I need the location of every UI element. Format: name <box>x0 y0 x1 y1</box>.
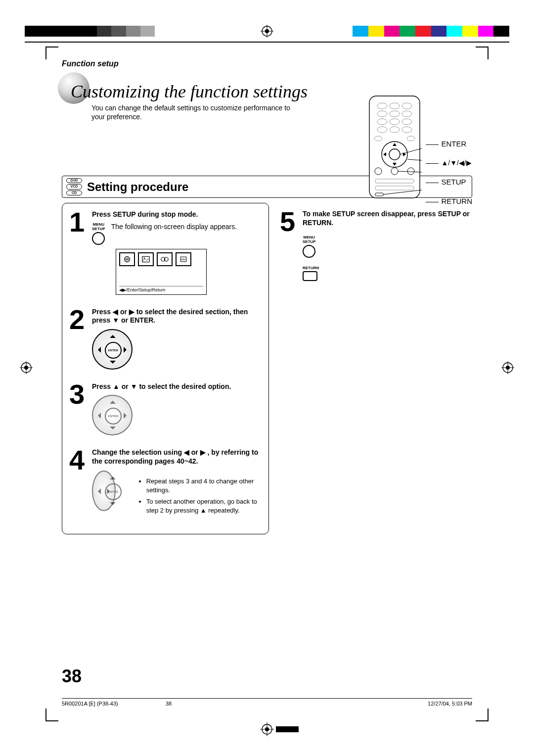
dpad-icon-faded: ENTER <box>92 395 133 435</box>
registration-crosshair-left <box>20 361 33 374</box>
step-3-number: 3 <box>69 382 87 436</box>
osd-icon-parental: abc <box>176 252 191 266</box>
svg-rect-12 <box>369 96 420 198</box>
colorbar-left <box>25 26 213 37</box>
registration-crosshair-right <box>501 361 514 374</box>
registration-crosshair-top <box>261 25 273 38</box>
disc-badge-cd: CD <box>66 190 82 195</box>
footer-filename: 5R00201A [E] (P38-43) <box>62 701 166 707</box>
svg-text:abc: abc <box>181 258 185 261</box>
return-button-label: RETURN <box>303 266 472 270</box>
dpad-icon-faded-2: ENTER <box>92 471 116 511</box>
step-4-title: Change the selection using ◀ or ▶ , by r… <box>92 448 262 466</box>
step-5-title: To make SETUP screen disappear, press SE… <box>303 210 472 227</box>
menu-setup-button-icon-2: MENU SETUP <box>303 235 316 258</box>
procedure-heading: Setting procedure <box>87 180 188 194</box>
intro-text: You can change the default settings to c… <box>91 104 299 121</box>
right-step-column: 5 To make SETUP screen disappear, press … <box>280 203 472 534</box>
step-3-title: Press ▲ or ▼ to select the desired optio… <box>92 382 262 391</box>
page-title: Customizing the function settings <box>62 77 472 102</box>
osd-icon-language <box>119 252 135 266</box>
step-2-number: 2 <box>69 308 87 370</box>
step-4-number: 4 <box>69 448 87 524</box>
remote-label-return: RETURN <box>426 197 473 205</box>
crop-mark-bl <box>45 709 58 721</box>
dpad-center-label: ENTER <box>105 342 122 359</box>
footer-date: 12/27/04, 5:03 PM <box>428 701 472 707</box>
svg-rect-54 <box>276 726 299 732</box>
step-1: 1 Press SETUP during stop mode. MENU SET… <box>69 210 262 295</box>
return-button-icon: RETURN <box>303 266 472 281</box>
remote-labels: ENTER ▲/▼/◀/▶ SETUP RETURN <box>426 95 473 205</box>
crop-mark-br <box>476 709 489 721</box>
crop-mark-tl <box>45 47 58 59</box>
svg-point-45 <box>144 257 145 258</box>
step-4-note-b: To select another operation, go back to … <box>146 497 262 515</box>
osd-icon-audio <box>157 252 173 266</box>
step-2: 2 Press ◀ or ▶ to select the desired sec… <box>69 308 262 370</box>
disc-badge-dvd: DVD <box>66 178 82 183</box>
step-2-title: Press ◀ or ▶ to select the desired secti… <box>92 308 262 325</box>
dpad-center-label-2: ENTER <box>105 408 122 425</box>
section-label: Function setup <box>62 59 472 68</box>
step-1-number: 1 <box>69 210 87 295</box>
remote-label-arrows: ▲/▼/◀/▶ <box>426 159 473 167</box>
osd-caption: ◀▶/Enter/Setup/Return <box>119 286 203 292</box>
registration-color-bars <box>25 24 509 39</box>
disc-badge-vcd: VCD <box>66 184 82 189</box>
left-step-column: 1 Press SETUP during stop mode. MENU SET… <box>62 203 269 534</box>
remote-label-enter: ENTER <box>426 140 473 148</box>
osd-icon-picture <box>138 252 154 266</box>
colorbar-right <box>321 26 509 37</box>
page-number: 38 <box>62 666 82 687</box>
step-5: 5 To make SETUP screen disappear, press … <box>280 210 472 281</box>
footer-meta: 5R00201A [E] (P38-43) 38 12/27/04, 5:03 … <box>62 698 472 707</box>
dpad-icon-strong: ENTER <box>92 329 133 370</box>
menu-setup-label-bottom: SETUP <box>92 227 105 231</box>
menu-setup-button-icon: MENU SETUP <box>92 222 105 245</box>
step-4-notes: Repeat steps 3 and 4 to change other set… <box>127 477 262 518</box>
footer-page: 38 <box>166 701 265 707</box>
osd-screen-example: abc ◀▶/Enter/Setup/Return <box>116 249 207 295</box>
remote-label-setup: SETUP <box>426 178 473 186</box>
step-1-title: Press SETUP during stop mode. <box>92 210 262 219</box>
menu-setup-label-top: MENU <box>92 222 105 227</box>
step-3: 3 Press ▲ or ▼ to select the desired opt… <box>69 382 262 436</box>
registration-crosshair-bottom <box>0 722 534 736</box>
step-4-note-a: Repeat steps 3 and 4 to change other set… <box>146 477 262 494</box>
crop-mark-tr <box>476 47 489 59</box>
step-4: 4 Change the selection using ◀ or ▶ , by… <box>69 448 262 524</box>
top-rule <box>25 42 509 45</box>
step-5-number: 5 <box>280 210 298 281</box>
remote-control-diagram <box>367 95 422 201</box>
disc-type-badges: DVD VCD CD <box>66 178 82 195</box>
menu-setup-label-bottom-2: SETUP <box>303 239 316 244</box>
step-1-desc: The following on-screen display appears. <box>111 222 237 231</box>
menu-setup-label-top-2: MENU <box>303 235 316 239</box>
